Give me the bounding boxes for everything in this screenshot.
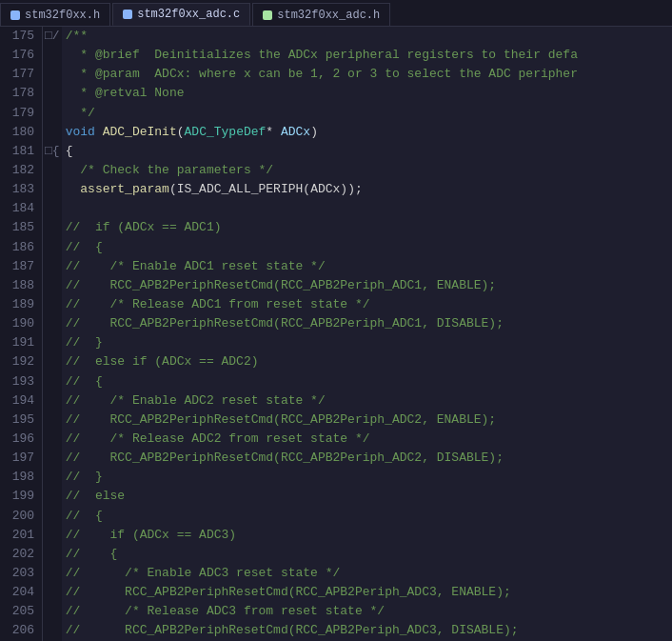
code-line: 187// /* Enable ADC1 reset state */ xyxy=(0,257,672,276)
code-line: 177 * @param ADCx: where x can be 1, 2 o… xyxy=(0,65,672,84)
code-line: 188// RCC_APB2PeriphResetCmd(RCC_APB2Per… xyxy=(0,276,672,295)
code-line: 180void ADC_DeInit(ADC_TypeDef* ADCx) xyxy=(0,123,672,142)
code-line: 179 */ xyxy=(0,104,672,123)
line-number: 198 xyxy=(0,468,43,487)
fold-indicator xyxy=(43,238,62,257)
fold-indicator xyxy=(43,123,62,142)
line-number: 192 xyxy=(0,352,43,371)
line-number: 196 xyxy=(0,430,43,449)
code-line: 183 assert_param(IS_ADC_ALL_PERIPH(ADCx)… xyxy=(0,180,672,199)
fold-indicator xyxy=(43,468,62,487)
fold-indicator xyxy=(43,391,62,411)
line-number: 175 xyxy=(0,27,43,46)
code-content: // RCC_APB2PeriphResetCmd(RCC_APB2Periph… xyxy=(62,314,672,333)
fold-indicator xyxy=(43,545,62,564)
tab-stm32f0xx-h[interactable]: stm32f0xx.h xyxy=(0,3,110,26)
code-content: assert_param(IS_ADC_ALL_PERIPH(ADCx)); xyxy=(62,180,672,199)
line-number: 189 xyxy=(0,295,43,314)
fold-indicator xyxy=(43,583,62,602)
code-line: 175□//** xyxy=(0,27,672,46)
fold-indicator[interactable]: □{ xyxy=(43,142,62,161)
tab-label: stm32f0xx_adc.c xyxy=(137,8,240,21)
code-content: // /* Release ADC3 from reset state */ xyxy=(62,602,672,621)
code-line: 199// else xyxy=(0,487,672,506)
code-area: 175□//**176 * @brief Deinitializes the A… xyxy=(0,27,672,641)
code-content: // } xyxy=(62,333,672,352)
fold-indicator xyxy=(43,449,62,468)
code-content: // RCC_APB2PeriphResetCmd(RCC_APB2Periph… xyxy=(62,449,672,468)
code-line: 192// else if (ADCx == ADC2) xyxy=(0,352,672,371)
code-line: 198// } xyxy=(0,468,672,487)
code-line: 184 xyxy=(0,199,672,218)
fold-indicator xyxy=(43,333,62,352)
tab-label: stm32f0xx.h xyxy=(25,9,100,22)
line-number: 183 xyxy=(0,180,43,199)
line-number: 184 xyxy=(0,199,43,218)
fold-indicator xyxy=(43,257,62,276)
fold-indicator xyxy=(43,295,62,314)
code-line: 205// /* Release ADC3 from reset state *… xyxy=(0,602,672,621)
fold-indicator xyxy=(43,65,62,84)
line-number: 181 xyxy=(0,142,43,161)
fold-indicator xyxy=(43,602,62,621)
line-number: 177 xyxy=(0,65,43,84)
tab-stm32f0xx-adc-c[interactable]: stm32f0xx_adc.c xyxy=(112,3,250,26)
tab-bar: stm32f0xx.hstm32f0xx_adc.cstm32f0xx_adc.… xyxy=(0,0,672,27)
code-content: // /* Release ADC1 from reset state */ xyxy=(62,295,672,314)
line-number: 180 xyxy=(0,123,43,142)
line-number: 179 xyxy=(0,104,43,123)
code-content: // RCC_APB2PeriphResetCmd(RCC_APB2Periph… xyxy=(62,411,672,430)
line-number: 193 xyxy=(0,372,43,391)
code-line: 197// RCC_APB2PeriphResetCmd(RCC_APB2Per… xyxy=(0,449,672,468)
code-content: // RCC_APB2PeriphResetCmd(RCC_APB2Periph… xyxy=(62,583,672,602)
code-content: // { xyxy=(62,238,672,257)
code-content: void ADC_DeInit(ADC_TypeDef* ADCx) xyxy=(62,123,672,142)
line-number: 204 xyxy=(0,583,43,602)
fold-indicator xyxy=(43,276,62,295)
fold-indicator xyxy=(43,180,62,199)
tab-stm32f0xx-adc-h[interactable]: stm32f0xx_adc.h xyxy=(252,3,390,26)
line-number: 202 xyxy=(0,545,43,564)
line-number: 197 xyxy=(0,449,43,468)
code-line: 191// } xyxy=(0,333,672,352)
fold-indicator xyxy=(43,487,62,506)
code-content: // if (ADCx == ADC3) xyxy=(62,526,672,545)
code-line: 181□{{ xyxy=(0,142,672,161)
line-number: 190 xyxy=(0,314,43,333)
code-line: 189// /* Release ADC1 from reset state *… xyxy=(0,295,672,314)
tab-label: stm32f0xx_adc.h xyxy=(277,9,380,22)
code-content: // { xyxy=(62,372,672,391)
code-line: 176 * @brief Deinitializes the ADCx peri… xyxy=(0,46,672,65)
line-number: 185 xyxy=(0,218,43,237)
fold-indicator xyxy=(43,161,62,180)
code-line: 186// { xyxy=(0,238,672,257)
fold-indicator xyxy=(43,46,62,65)
tab-file-icon xyxy=(263,10,272,20)
code-content: // { xyxy=(62,545,672,564)
code-content: /** xyxy=(62,27,672,46)
code-content: */ xyxy=(62,104,672,123)
code-content: // else if (ADCx == ADC2) xyxy=(62,352,672,371)
fold-indicator xyxy=(43,372,62,391)
line-number: 188 xyxy=(0,276,43,295)
code-line: 190// RCC_APB2PeriphResetCmd(RCC_APB2Per… xyxy=(0,314,672,333)
fold-indicator xyxy=(43,84,62,103)
fold-indicator xyxy=(43,564,62,583)
line-number: 194 xyxy=(0,391,43,411)
code-content: * @brief Deinitializes the ADCx peripher… xyxy=(62,46,672,65)
code-line: 203// /* Enable ADC3 reset state */ xyxy=(0,564,672,583)
line-number: 176 xyxy=(0,46,43,65)
fold-indicator xyxy=(43,507,62,526)
code-line: 202// { xyxy=(0,545,672,564)
fold-indicator xyxy=(43,352,62,371)
code-content: * @retval None xyxy=(62,84,672,103)
code-line: 194// /* Enable ADC2 reset state */ xyxy=(0,391,672,411)
code-line: 204// RCC_APB2PeriphResetCmd(RCC_APB2Per… xyxy=(0,583,672,602)
code-line: 195// RCC_APB2PeriphResetCmd(RCC_APB2Per… xyxy=(0,411,672,430)
code-content: * @param ADCx: where x can be 1, 2 or 3 … xyxy=(62,65,672,84)
fold-indicator xyxy=(43,526,62,545)
code-line: 178 * @retval None xyxy=(0,84,672,103)
code-content xyxy=(62,199,672,218)
fold-indicator[interactable]: □/ xyxy=(43,27,62,46)
line-number: 201 xyxy=(0,526,43,545)
